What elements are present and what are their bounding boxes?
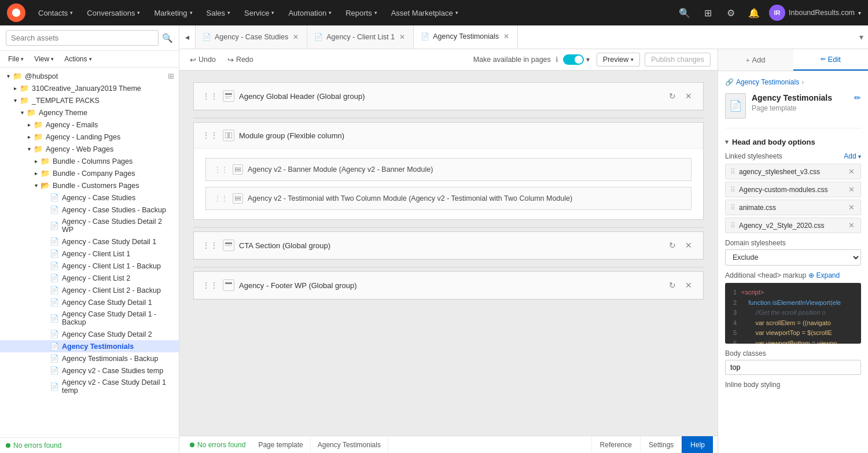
help-button[interactable]: Help [682,436,713,454]
body-classes-input[interactable] [725,360,861,375]
nav-service[interactable]: Service ▾ [238,0,280,25]
module-row[interactable]: ⋮⋮ Agency v2 - Banner Module (Agency v2 … [205,158,692,181]
drag-handle-icon[interactable]: ⋮⋮ [202,241,218,250]
close-icon[interactable]: ✕ [682,90,695,102]
remove-stylesheet-button[interactable]: ✕ [847,167,856,176]
bottom-tab-agency-testimonials[interactable]: Agency Testimonials [311,436,388,454]
tab-testimonials[interactable]: 📄 Agency Testimonials ✕ [414,25,518,49]
sidebar-item-case-study-detail-1-backup[interactable]: 📄 Agency Case Study Detail 1 - Backup [0,308,179,328]
code-block[interactable]: 1 <script> 2 function isElementInViewpor… [725,283,861,344]
toggle-dropdown-button[interactable]: ▾ [584,56,592,64]
panel-tab-edit[interactable]: ✏ Edit [793,49,869,71]
tab-client-list-1[interactable]: 📄 Agency - Client List 1 ✕ [307,25,414,49]
drag-handle-icon[interactable]: ⋮⋮ [214,165,228,174]
preview-button[interactable]: Preview ▾ [597,53,640,67]
sidebar-item-agency-emails[interactable]: ▸ 📁 Agency - Emails [0,119,179,131]
tab-close-button[interactable]: ✕ [502,33,510,40]
sidebar-item-hubspot[interactable]: ▾ 📁 @hubspot ⊞ [0,70,179,82]
marketplace-icon[interactable]: ⊞ [700,5,716,21]
template-edit-button[interactable]: ✏ [854,93,861,102]
toggle-track[interactable] [563,54,584,65]
refresh-icon[interactable]: ↻ [666,90,679,102]
sidebar-item-310creative[interactable]: ▸ 📁 310Creative_January2019 Theme [0,82,179,94]
undo-button[interactable]: ↩ Undo [186,54,219,66]
sidebar-item-agency-case-studies[interactable]: 📄 Agency - Case Studies [0,191,179,204]
close-icon[interactable]: ✕ [682,279,695,292]
drag-handle-icon[interactable]: ⠿ [730,222,735,230]
sidebar-item-agency-testimonials[interactable]: 📄 Agency Testimonials [0,340,179,352]
sidebar-item-case-study-detail-1[interactable]: 📄 Agency - Case Study Detail 1 [0,235,179,248]
tab-close-button[interactable]: ✕ [292,34,300,40]
nav-sales[interactable]: Sales ▾ [201,0,237,25]
sidebar-item-bundle-customers[interactable]: ▾ 📂 Bundle - Customers Pages [0,179,179,191]
bottom-tab-page-template[interactable]: Page template [251,436,310,454]
remove-stylesheet-button[interactable]: ✕ [847,221,856,230]
drag-handle-icon[interactable]: ⋮⋮ [214,194,228,202]
sidebar-item-agency-web[interactable]: ▾ 📁 Agency - Web Pages [0,143,179,155]
sidebar-item-template-packs[interactable]: ▾ 📁 _TEMPLATE PACKS [0,94,179,106]
svg-rect-12 [225,282,232,284]
tab-close-button[interactable]: ✕ [398,34,406,40]
remove-stylesheet-button[interactable]: ✕ [847,185,856,194]
sidebar-item-case-study-detail-2[interactable]: 📄 Agency Case Study Detail 2 [0,328,179,340]
view-menu-button[interactable]: View ▾ [31,53,57,65]
sidebar-item-agency-landing[interactable]: ▸ 📁 Agency - Landing Pges [0,131,179,143]
nav-marketing[interactable]: Marketing ▾ [148,0,198,25]
toggle-switch[interactable]: ▾ [563,54,592,65]
template-breadcrumb[interactable]: 🔗 Agency Testimonials › [725,78,861,86]
refresh-icon[interactable]: ↻ [666,239,679,252]
sidebar-item-agency-theme[interactable]: ▾ 📁 Agency Theme [0,106,179,119]
drag-handle-icon[interactable]: ⋮⋮ [202,281,218,290]
sidebar-item-testimonials-backup[interactable]: 📄 Agency Testimonials - Backup [0,352,179,364]
collapse-sidebar-button[interactable]: ◂ [179,25,196,49]
remove-stylesheet-button[interactable]: ✕ [847,203,856,212]
head-body-heading[interactable]: ▾ Head and body options [725,138,861,146]
panel-tab-add[interactable]: + Add [718,49,793,71]
nav-asset-marketplace[interactable]: Asset Marketplace ▾ [385,0,464,25]
search-button[interactable]: 🔍 [162,33,173,43]
file-menu-button[interactable]: File ▾ [5,53,27,65]
user-menu[interactable]: IR InboundResults.com ▾ [769,5,861,21]
actions-menu-button[interactable]: Actions ▾ [61,53,95,65]
domain-stylesheets-select[interactable]: Exclude [725,249,861,266]
publish-button[interactable]: Publish changes [645,53,711,67]
notifications-icon[interactable]: 🔔 [746,5,762,21]
settings-icon[interactable]: ⚙ [723,5,739,21]
bottom-tab-reference[interactable]: Reference [591,436,640,454]
refresh-icon[interactable]: ↻ [666,279,679,292]
nav-reports[interactable]: Reports ▾ [340,0,383,25]
compress-icon[interactable]: ⊞ [168,72,174,80]
expand-link[interactable]: ⊕ Expand [808,271,840,279]
code-line: 2 function isElementInViewport(ele [730,298,856,308]
drag-handle-icon[interactable]: ⠿ [730,168,735,176]
file-icon: 📄 [50,342,59,351]
sidebar-item-case-study-detail-1b[interactable]: 📄 Agency Case Study Detail 1 [0,296,179,308]
sidebar-item-v2-case-studies-temp[interactable]: 📄 Agency v2 - Case Studies temp [0,364,179,377]
search-icon[interactable]: 🔍 [676,5,693,21]
sidebar-item-client-list-2[interactable]: 📄 Agency - Client List 2 [0,272,179,284]
sidebar-item-client-list-2-backup[interactable]: 📄 Agency - Client List 2 - Backup [0,284,179,296]
sidebar-item-v2-case-study-detail-1-temp[interactable]: 📄 Agency v2 - Case Study Detail 1 temp [0,377,179,396]
bottom-tab-settings[interactable]: Settings [640,436,682,454]
hubspot-logo[interactable] [7,3,25,22]
drag-handle-icon[interactable]: ⠿ [730,186,735,194]
sidebar-item-client-list-1-backup[interactable]: 📄 Agency - Client List 1 - Backup [0,260,179,272]
tab-case-studies[interactable]: 📄 Agency - Case Studies ✕ [196,25,307,49]
redo-button[interactable]: ↪ Redo [224,54,257,66]
sidebar-item-bundle-columns[interactable]: ▸ 📁 Bundle - Columns Pages [0,155,179,167]
close-icon[interactable]: ✕ [682,239,695,252]
add-stylesheet-link[interactable]: Add ▾ [844,152,861,160]
tabs-overflow-button[interactable]: ▾ [855,32,868,42]
drag-handle-icon[interactable]: ⋮⋮ [202,131,218,140]
sidebar-item-agency-case-studies-backup[interactable]: 📄 Agency - Case Studies - Backup [0,204,179,216]
nav-contacts[interactable]: Contacts ▾ [32,0,79,25]
sidebar-item-bundle-company[interactable]: ▸ 📁 Bundle - Company Pages [0,167,179,179]
nav-conversations[interactable]: Conversations ▾ [81,0,146,25]
search-input[interactable] [6,30,159,46]
module-row[interactable]: ⋮⋮ Agency v2 - Testimonial with Two Colu… [205,187,692,210]
sidebar-item-case-studies-detail-2wp[interactable]: 📄 Agency - Case Studies Detail 2 WP [0,216,179,235]
sidebar-item-client-list-1[interactable]: 📄 Agency - Client List 1 [0,248,179,260]
nav-automation[interactable]: Automation ▾ [282,0,337,25]
drag-handle-icon[interactable]: ⋮⋮ [202,91,218,101]
drag-handle-icon[interactable]: ⠿ [730,204,735,212]
